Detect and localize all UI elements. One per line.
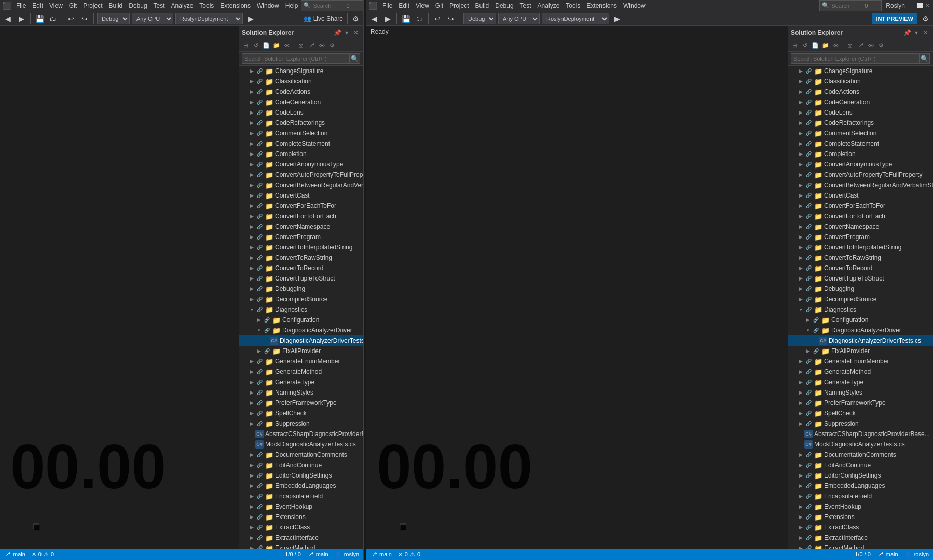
tree-item-spellcheck[interactable]: ▶ 🔗 📁 SpellCheck [788, 408, 933, 418]
tree-item-converttorawstring[interactable]: ▶ 🔗 📁 ConvertToRawString [788, 253, 933, 263]
tree-item-configuration[interactable]: ▶ 🔗 📁 Configuration [788, 315, 933, 325]
se-refresh-right[interactable]: ↺ [800, 41, 809, 50]
tree-item-diagnostics[interactable]: ▾ 🔗 📁 Diagnostics [788, 304, 933, 315]
expand-icon[interactable]: ▶ [248, 109, 255, 116]
cpu-select-right[interactable]: Any CPU [498, 13, 540, 24]
tree-item-debugging[interactable]: ▶ 🔗 📁 Debugging [788, 284, 933, 294]
se-close-right[interactable]: ✕ [922, 29, 930, 37]
tree-item-codegeneration[interactable]: ▶ 🔗 📁 CodeGeneration [788, 97, 933, 107]
expand-icon[interactable]: ▶ [797, 503, 804, 510]
menu-test-left[interactable]: Test [150, 1, 168, 10]
expand-icon[interactable]: ▶ [248, 99, 255, 106]
tree-item-commentselection[interactable]: ▶ 🔗 📁 CommentSelection [239, 128, 363, 138]
tree-item-encapsulatefield[interactable]: ▶ 🔗 📁 EncapsulateField [788, 491, 933, 501]
se-show-all-left[interactable]: 👁 [282, 41, 292, 50]
se-show-all-right[interactable]: 👁 [831, 41, 841, 50]
expand-icon[interactable]: ▶ [248, 493, 255, 500]
menu-analyze-right[interactable]: Analyze [534, 1, 563, 10]
tree-item-completion[interactable]: ▶ 🔗 📁 Completion [239, 149, 363, 159]
tree-item-converttointerpolatedstring[interactable]: ▶ 🔗 📁 ConvertToInterpolatedString [239, 242, 363, 253]
se-settings-right[interactable]: ⚙ [876, 41, 886, 50]
se-git-left[interactable]: ⎇ [307, 41, 316, 50]
expand-icon[interactable]: ▶ [797, 78, 804, 85]
menu-help-left[interactable]: Help [282, 1, 301, 10]
tree-item-diagnostics[interactable]: ▾ 🔗 📁 Diagnostics [239, 304, 363, 315]
tree-item-convertprogram[interactable]: ▶ 🔗 📁 ConvertProgram [239, 232, 363, 242]
tree-item-encapsulatefield[interactable]: ▶ 🔗 📁 EncapsulateField [239, 491, 363, 501]
se-new-file-left[interactable]: 📄 [262, 41, 271, 50]
expand-icon[interactable]: ▶ [248, 399, 255, 407]
tree-item-changesignature[interactable]: ▶ 🔗 📁 ChangeSignature [239, 66, 363, 76]
expand-icon[interactable]: ▶ [248, 275, 255, 282]
expand-icon[interactable]: ▶ [255, 347, 263, 355]
menu-debug-right[interactable]: Debug [492, 1, 516, 10]
tree-item-convertnamespace[interactable]: ▶ 🔗 📁 ConvertNamespace [239, 221, 363, 232]
save-btn-left[interactable]: 💾 [34, 13, 45, 24]
menu-window-left[interactable]: Window [254, 1, 282, 10]
tree-item-codelens[interactable]: ▶ 🔗 📁 CodeLens [788, 107, 933, 118]
tree-item-completestatement[interactable]: ▶ 🔗 📁 CompleteStatement [239, 138, 363, 149]
tree-item-debugging[interactable]: ▶ 🔗 📁 Debugging [239, 284, 363, 294]
tree-item-extractmethod[interactable]: ▶ 🔗 📁 ExtractMethod [788, 543, 933, 549]
se-pin-right[interactable]: 📌 [903, 29, 911, 37]
tree-item-editandcontinue[interactable]: ▶ 🔗 📁 EditAndContinue [788, 460, 933, 470]
tree-item-convertprogram[interactable]: ▶ 🔗 📁 ConvertProgram [788, 232, 933, 242]
tree-item-diagnosticanalyzerdriver[interactable]: ▾ 🔗 📁 DiagnosticAnalyzerDriver [788, 325, 933, 335]
expand-icon[interactable]: ▶ [797, 420, 804, 427]
tree-item-codeactions[interactable]: ▶ 🔗 📁 CodeActions [239, 87, 363, 97]
tree-item-extractclass[interactable]: ▶ 🔗 📁 ExtractClass [239, 522, 363, 533]
se-dropdown-right[interactable]: ▾ [912, 29, 921, 37]
expand-icon[interactable]: ▶ [797, 451, 804, 458]
tree-item-convertcast[interactable]: ▶ 🔗 📁 ConvertCast [239, 190, 363, 201]
tree-item-convertforeachtofor[interactable]: ▶ 🔗 📁 ConvertForEachToFor [239, 201, 363, 211]
expand-icon[interactable]: ▶ [797, 264, 804, 272]
expand-icon[interactable]: ▶ [797, 213, 804, 220]
expand-icon[interactable]: ▶ [248, 88, 255, 95]
tree-item-convertbetweenregularandverbatimstring[interactable]: ▶ 🔗 📁 ConvertBetweenRegularAndVerbatimSt… [239, 180, 363, 190]
se-new-file-right[interactable]: 📄 [811, 41, 820, 50]
minimize-right[interactable]: — [909, 2, 916, 9]
expand-icon[interactable]: ▶ [248, 472, 255, 479]
expand-icon[interactable]: ▶ [797, 472, 804, 479]
tree-item-suppression[interactable]: ▶ 🔗 📁 Suppression [239, 418, 363, 429]
tree-item-converttorawstring[interactable]: ▶ 🔗 📁 ConvertToRawString [239, 253, 363, 263]
tree-item-coderefactorings[interactable]: ▶ 🔗 📁 CodeRefactorings [239, 118, 363, 128]
tree-item-eventhookup[interactable]: ▶ 🔗 📁 EventHookup [239, 501, 363, 512]
expand-icon[interactable]: ▶ [804, 347, 812, 355]
tree-item-convertcast[interactable]: ▶ 🔗 📁 ConvertCast [788, 190, 933, 201]
tree-item-converttorecord[interactable]: ▶ 🔗 📁 ConvertToRecord [239, 263, 363, 273]
tree-item-coderefactorings[interactable]: ▶ 🔗 📁 CodeRefactorings [788, 118, 933, 128]
expand-icon[interactable]: ▶ [797, 202, 804, 209]
se-git-right[interactable]: ⎇ [856, 41, 865, 50]
expand-icon[interactable]: ▶ [797, 254, 804, 261]
expand-icon[interactable]: ▶ [797, 140, 804, 147]
run-btn-left[interactable]: ▶ [245, 13, 256, 24]
collapse-icon[interactable]: ▾ [804, 327, 812, 334]
tree-item-extractmethod[interactable]: ▶ 🔗 📁 ExtractMethod [239, 543, 363, 549]
tree-item-convertanonymoustype[interactable]: ▶ 🔗 📁 ConvertAnonymousType [239, 159, 363, 170]
tree-item-converttorecord[interactable]: ▶ 🔗 📁 ConvertToRecord [788, 263, 933, 273]
tree-item-convertautopropertytofullproperty[interactable]: ▶ 🔗 📁 ConvertAutoPropertyToFullProperty [788, 170, 933, 180]
menu-view-left[interactable]: View [46, 1, 66, 10]
expand-icon[interactable]: ▶ [255, 316, 263, 324]
tree-item-editandcontinue[interactable]: ▶ 🔗 📁 EditAndContinue [239, 460, 363, 470]
expand-icon[interactable]: ▶ [248, 244, 255, 251]
menu-git-right[interactable]: Git [432, 1, 446, 10]
expand-icon[interactable]: ▶ [248, 223, 255, 230]
config-select-right[interactable]: Debug [463, 13, 496, 24]
tree-item-spellcheck[interactable]: ▶ 🔗 📁 SpellCheck [239, 408, 363, 418]
expand-icon[interactable]: ▶ [248, 202, 255, 209]
tree-item-extractinterface[interactable]: ▶ 🔗 📁 ExtractInterface [239, 533, 363, 543]
undo-btn-right[interactable]: ↩ [432, 13, 443, 24]
expand-icon[interactable]: ▶ [797, 130, 804, 137]
expand-icon[interactable]: ▶ [248, 534, 255, 541]
expand-icon[interactable]: ▶ [248, 233, 255, 241]
menu-debug-left[interactable]: Debug [126, 1, 150, 10]
se-dropdown-left[interactable]: ▾ [342, 29, 351, 37]
expand-icon[interactable]: ▶ [797, 534, 804, 541]
expand-icon[interactable]: ▶ [248, 420, 255, 427]
status-branch-right[interactable]: main [379, 551, 392, 557]
expand-icon[interactable]: ▶ [248, 150, 255, 158]
expand-icon[interactable]: ▶ [797, 275, 804, 282]
tree-item-mockdiagnosticanalyzertests[interactable]: C# MockDiagnosticAnalyzerTests.cs [239, 439, 363, 450]
